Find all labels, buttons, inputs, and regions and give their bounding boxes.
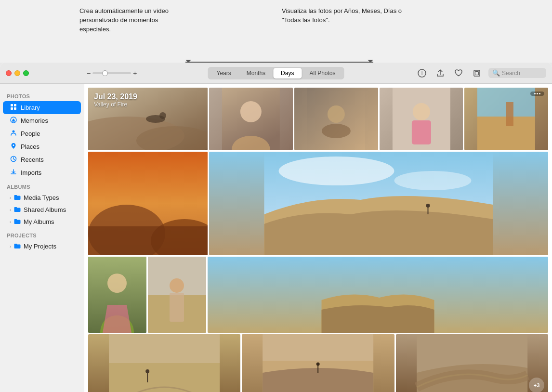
zoom-minus-button[interactable]: − [87, 69, 91, 77]
day1-place: Valley of Fire [94, 101, 137, 108]
sidebar-label-my-albums: My Albums [24, 218, 54, 225]
more-options-badge[interactable] [530, 91, 544, 96]
svg-point-36 [426, 204, 430, 208]
collapse-icon-media-types: › [10, 196, 11, 200]
search-icon: 🔍 [492, 69, 500, 77]
svg-rect-6 [11, 107, 13, 110]
sidebar-item-my-projects[interactable]: › My Projects [3, 240, 81, 252]
sidebar-item-recents[interactable]: Recents [3, 153, 81, 166]
close-button[interactable] [6, 70, 12, 76]
sidebar-item-shared-albums[interactable]: › Shared Albums [3, 204, 81, 216]
collapse-icon-shared-albums: › [10, 208, 11, 212]
sidebar-label-library: Library [21, 104, 40, 111]
sidebar-label-memories: Memories [21, 117, 48, 124]
photo-day1-landscape1[interactable] [88, 334, 240, 392]
dot3 [539, 93, 540, 94]
maximize-button[interactable] [23, 70, 29, 76]
sidebar-item-imports[interactable]: Imports [3, 166, 81, 179]
photo-day1-portrait1[interactable] [88, 257, 146, 333]
places-icon [10, 143, 17, 151]
svg-rect-46 [109, 334, 220, 363]
photo-day1-valley2[interactable] [208, 257, 548, 333]
my-projects-folder-icon [13, 243, 21, 250]
day-section-1: Jul 23, 2019 Valley of Fire [88, 88, 548, 392]
svg-point-18 [240, 101, 262, 122]
svg-point-48 [145, 369, 149, 373]
content-area: Photos Library [0, 84, 552, 392]
svg-point-34 [394, 171, 472, 190]
photo-day1-desert-dusk[interactable] [88, 152, 208, 255]
search-placeholder: Search [502, 70, 520, 77]
tab-years[interactable]: Years [209, 68, 239, 78]
sidebar-label-media-types: Media Types [24, 194, 59, 201]
zoom-slider[interactable] [92, 72, 131, 74]
svg-point-52 [316, 363, 320, 366]
people-icon [10, 130, 17, 138]
sidebar-label-my-projects: My Projects [24, 243, 56, 250]
day1-date: Jul 23, 2019 [94, 92, 137, 101]
photo-day1-landscape3[interactable]: +3 [396, 334, 548, 392]
photo-day1-portrait2[interactable] [148, 257, 206, 333]
svg-rect-27 [506, 102, 513, 126]
sidebar-item-library[interactable]: Library [3, 101, 81, 114]
dot1 [534, 93, 536, 94]
library-icon [10, 104, 17, 112]
search-box[interactable]: 🔍 Search [488, 68, 546, 78]
photo-day1-landscape2[interactable] [242, 334, 394, 392]
sidebar-item-media-types[interactable]: › Media Types [3, 192, 81, 204]
svg-point-9 [13, 131, 15, 133]
svg-text:i: i [421, 71, 422, 76]
tooltip-right: Visualiza las fotos por Años, Meses, Día… [282, 7, 407, 25]
tooltip-left: Crea automáticamente un vídeo personaliz… [79, 7, 185, 34]
tab-days[interactable]: Days [273, 68, 302, 78]
sidebar-label-places: Places [21, 143, 39, 150]
svg-rect-4 [11, 104, 13, 106]
toolbar-right: i 🔍 Searc [415, 66, 546, 80]
plus-badge[interactable]: +3 [529, 378, 544, 392]
share-button[interactable] [434, 66, 447, 80]
svg-rect-5 [14, 104, 16, 106]
photo-day1-thumb3[interactable] [380, 88, 463, 150]
svg-rect-31 [88, 226, 208, 255]
collapse-icon-my-projects: › [10, 244, 11, 249]
sidebar-item-places[interactable]: Places [3, 140, 81, 153]
my-albums-folder-icon [13, 218, 21, 225]
recents-icon [10, 156, 17, 164]
crop-button[interactable] [470, 66, 484, 80]
photo-day1-big-rock[interactable] [209, 152, 548, 255]
svg-rect-24 [411, 120, 431, 144]
tab-months[interactable]: Months [239, 68, 273, 78]
titlebar: − + Years Months Days All Photos i [0, 63, 552, 84]
minimize-button[interactable] [14, 70, 20, 76]
memories-icon [10, 117, 17, 125]
info-button[interactable]: i [415, 66, 429, 80]
svg-point-33 [279, 157, 394, 185]
sidebar-label-imports: Imports [21, 169, 41, 176]
albums-section-label: Albums [0, 179, 84, 192]
collapse-icon-my-albums: › [10, 220, 11, 224]
sidebar-label-recents: Recents [21, 156, 44, 163]
svg-point-20 [322, 124, 351, 138]
photo-day1-thumb2[interactable] [294, 88, 378, 150]
photo-day1-main[interactable]: Jul 23, 2019 Valley of Fire [88, 88, 208, 150]
svg-point-21 [328, 105, 345, 123]
sidebar-item-memories[interactable]: Memories [3, 114, 81, 127]
svg-rect-3 [475, 71, 479, 75]
photo-day1-thumb1[interactable] [209, 88, 293, 150]
sidebar-item-people[interactable]: People [3, 127, 81, 140]
zoom-plus-button[interactable]: + [133, 69, 137, 77]
svg-rect-50 [263, 334, 373, 361]
dot2 [537, 93, 538, 94]
svg-point-38 [107, 274, 127, 293]
sidebar-item-my-albums[interactable]: › My Albums [3, 216, 81, 228]
heart-button[interactable] [452, 66, 465, 80]
tab-group: Years Months Days All Photos [208, 67, 344, 79]
traffic-lights [6, 70, 29, 76]
photo-day1-thumb4[interactable] [464, 88, 548, 150]
shared-albums-folder-icon [13, 206, 21, 213]
svg-point-23 [412, 103, 430, 120]
tooltip-left-text: Crea automáticamente un vídeo personaliz… [79, 7, 169, 33]
zoom-thumb[interactable] [102, 70, 108, 76]
photo-area: Jul 23, 2019 Valley of Fire [84, 84, 552, 392]
tab-all-photos[interactable]: All Photos [302, 68, 343, 78]
